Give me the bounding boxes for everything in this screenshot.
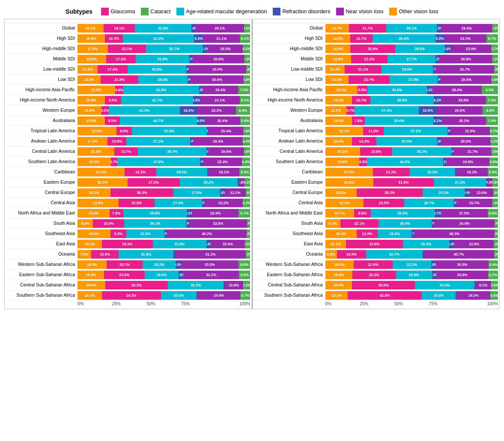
bar-segment: 7.9% — [78, 250, 91, 259]
right-rows: Global13.7%21.7%29.1%2.5%29.6%3.3%High S… — [253, 23, 500, 301]
chart-row: High-income North America15.8%9.5%41.7%3… — [5, 95, 252, 105]
row-label: High-income Asia Pacific — [5, 87, 78, 92]
bar-segment: 44.0% — [367, 158, 443, 166]
row-bar: 18.2%38.2%24.3%3.0%13.6%2.6% — [325, 188, 500, 197]
xaxis-tick: 100% — [216, 301, 251, 306]
xaxis-tick: 50% — [146, 301, 181, 306]
bar-segment: 33.0% — [189, 65, 246, 74]
bar-segment: 26.9% — [403, 240, 450, 248]
bar-segment: 15.5% — [325, 96, 352, 104]
bar-segment: 6.5% — [239, 271, 250, 279]
bar-segment: 14.1% — [78, 291, 102, 300]
row-label: Western Sub-Saharan Africa — [253, 262, 325, 267]
bar-segment: 3.0% — [245, 240, 250, 248]
chart-row: Australasia15.9%8.5%44.7%4.5%20.4%5.9% — [5, 116, 252, 126]
row-label: Middle SDI — [5, 56, 78, 62]
chart-row: Southeast Asia18.3%12.0%19.6%1.7%46.3%2.… — [253, 229, 500, 239]
chart-row: Australasia15.5%7.5%39.6%5.1%25.3%7.0% — [253, 116, 500, 126]
bar-segment: 19.3% — [457, 291, 490, 300]
bar-segment: 46.2% — [167, 229, 247, 238]
right-panel-title — [253, 19, 500, 23]
row-bar: 11.6%17.4%33.9%1.6%33.0%2.4% — [78, 64, 252, 74]
bar-segment: 32.2% — [183, 271, 239, 279]
bar-segment: 38.2% — [357, 188, 423, 197]
row-bar: 15.5%7.5%39.6%5.1%25.3%7.0% — [325, 116, 500, 125]
bar-segment: 39.7% — [138, 147, 206, 156]
row-label: Low SDI — [5, 77, 78, 82]
bar: 20.1%18.8%34.2%1.4%21.7%3.8% — [325, 147, 498, 156]
legend-item-label: Age-related macular degeneration — [186, 9, 267, 15]
bar-segment: 27.2% — [434, 178, 486, 187]
row-bar: 25.0%31.6%27.2%0.9%2.5%2.8% — [325, 177, 500, 187]
bar-segment: 21.3% — [78, 147, 114, 156]
bar-segment: 4.7% — [490, 127, 498, 135]
legend-item: Other vision loss — [389, 8, 438, 15]
bar-segment: 30.5% — [436, 260, 489, 269]
bar-segment: 22.1% — [340, 219, 379, 228]
bar-segment: 41.7% — [121, 96, 193, 104]
row-bar: 17.5%22.1%32.7%3.1%20.3%4.2% — [78, 44, 252, 54]
bar-segment: 28.7% — [404, 199, 454, 207]
bar-segment: 39.6% — [365, 116, 433, 125]
bar-segment: 36.6% — [352, 281, 415, 289]
bar-segment: 24.3% — [423, 188, 465, 197]
bar-segment: 46.3% — [415, 229, 495, 238]
row-bar: 14.1%29.4%31.0%2.4%20.0%3.0% — [78, 239, 252, 249]
legend-color-box — [141, 8, 149, 15]
legend-color-box — [336, 8, 344, 15]
chart-row: Western Europe13.8%4.2%41.3%10.0%22.2%8.… — [5, 105, 252, 116]
bar-segment: 27.4% — [155, 199, 202, 207]
row-label: Western Europe — [5, 107, 78, 113]
chart-row: Western Sub-Saharan Africa16.9%20.7%19.2… — [5, 259, 252, 270]
right-panel: Global13.7%21.7%29.1%2.5%29.6%3.3%High S… — [253, 19, 500, 309]
row-label: Central Asia — [253, 200, 325, 206]
bar: 15.3%23.6%19.6%2.8%32.2%6.5% — [78, 271, 251, 279]
left-xaxis: 0%25%50%75%100% — [78, 301, 252, 306]
bar-segment: 27.4% — [78, 168, 125, 176]
bar-segment: 2.3% — [494, 65, 498, 74]
bar-segment: 41.1% — [175, 250, 246, 259]
chart-row: Andean Latin America15.4%14.3%35.0%2.4%2… — [253, 136, 500, 146]
left-rows: Global15.1%18.1%32.8%2.4%28.1%3.6%High S… — [5, 23, 252, 301]
bar-segment: 2.5% — [246, 250, 250, 259]
bar: 11.4%21.1%29.8%1.7%33.7%2.3% — [325, 65, 498, 74]
bar-segment: 15.1% — [78, 24, 104, 33]
legend-item-label: Refraction disorders — [282, 9, 330, 15]
bar-segment: 2.8% — [220, 188, 225, 197]
legend-item: Age-related macular degeneration — [176, 8, 267, 15]
bar: 15.5%10.7%36.8%4.2%25.9%7.0% — [325, 96, 498, 104]
row-label: East Asia — [253, 241, 325, 247]
bar-segment: 9.6% — [354, 209, 371, 218]
bar-segment: 4.7% — [346, 106, 355, 115]
bar-segment: 32.8% — [346, 240, 403, 248]
bar-segment: 31.8% — [119, 250, 173, 259]
chart-row: North Africa and Middle East18.6%7.8%36.… — [5, 208, 252, 218]
left-panel: Global15.1%18.1%32.8%2.4%28.1%3.6%High S… — [5, 19, 253, 309]
row-bar: 13.5%23.7%27.8%1.9%29.5%3.6% — [325, 74, 500, 84]
bar-segment: 3.8% — [193, 96, 200, 104]
chart-row: Eastern Sub-Saharan Africa15.3%23.6%19.6… — [5, 270, 252, 280]
bar-segment: 1.9% — [247, 219, 251, 228]
bar-segment: 5.3% — [435, 34, 444, 43]
bar: 17.4%10.8%37.1%1.9%28.4%4.4% — [78, 137, 251, 146]
bar-segment: 28.1% — [196, 24, 244, 33]
bar-segment: 17.4% — [78, 137, 107, 146]
bar-segment: 23.9% — [450, 45, 492, 53]
bar-segment: 4.8% — [242, 158, 250, 166]
bar: 15.9%8.5%44.7%4.5%20.4%5.9% — [78, 116, 251, 125]
bar: 15.4%36.6%34.3%9.1%4.0% — [325, 281, 498, 289]
bar-segment: 19.8% — [325, 158, 360, 166]
bar-segment: 7.0% — [486, 116, 498, 125]
bar-segment: 4.2% — [101, 106, 109, 115]
bar: 14.9%21.2%27.7%2.2%30.8%3.1% — [325, 55, 498, 63]
bar-segment: 20.3% — [208, 45, 243, 53]
bar-segment: 2.4% — [191, 24, 196, 33]
row-label: Global — [5, 25, 78, 31]
bar-segment: 15.6% — [325, 271, 352, 279]
bar-segment: 27.0% — [173, 188, 220, 197]
bar-segment: 15.4% — [325, 281, 352, 289]
bar-segment: 19.0% — [78, 229, 110, 238]
bar: 13.1%42.8%19.5%19.3%4.5% — [325, 291, 498, 300]
bar-segment: 22.8% — [454, 240, 494, 248]
bar-segment: 29.5% — [156, 168, 207, 176]
